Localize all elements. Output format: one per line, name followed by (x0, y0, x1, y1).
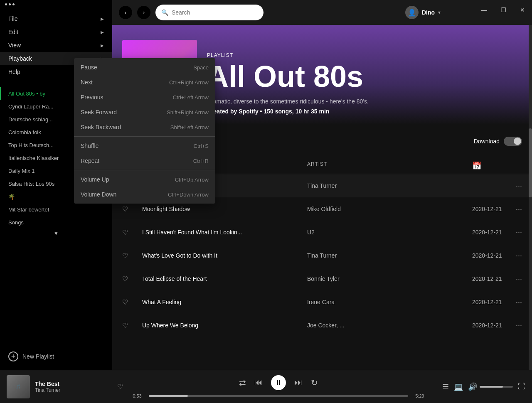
track-heart-button[interactable]: ♡ (122, 229, 128, 236)
submenu-volume-up[interactable]: Volume Up Ctrl+Up Arrow (74, 172, 215, 187)
scroll-thumb[interactable] (529, 128, 532, 197)
track-artist[interactable]: Joe Cocker, ... (307, 322, 472, 329)
track-more-button[interactable]: ··· (505, 321, 522, 330)
now-playing-bar: 🎵 The Best Tina Turner ♡ ⇄ ⏮ ⏸ ⏭ ↻ 0:53 … (0, 370, 532, 403)
close-button[interactable]: ✕ (513, 0, 532, 20)
forward-button[interactable]: › (137, 6, 150, 19)
col-artist: ARTIST (307, 161, 472, 170)
track-num-area: ♡ (122, 205, 142, 213)
track-more-button[interactable]: ··· (505, 251, 522, 260)
plus-circle-icon: + (8, 351, 18, 361)
menu-edit[interactable]: Edit ▶ (0, 25, 112, 39)
pause-button[interactable]: ⏸ (271, 375, 286, 390)
fullscreen-icon[interactable]: ⛶ (518, 382, 525, 391)
shuffle-button[interactable]: ⇄ (239, 378, 246, 388)
sidebar-item-mitstar[interactable]: Mit Star bewertet (0, 203, 112, 216)
track-artist[interactable]: Tina Turner (307, 252, 472, 259)
scroll-down-button[interactable]: ▼ (0, 229, 112, 238)
calendar-icon: 📅 (472, 162, 482, 170)
submenu-repeat[interactable]: Repeat Ctrl+R (74, 153, 215, 168)
volume-track[interactable] (480, 386, 513, 388)
track-row[interactable]: ♡ Up Where We Belong Joe Cocker, ... 202… (112, 314, 532, 337)
track-title-area: Total Eclipse of the Heart (142, 275, 307, 282)
track-more-button[interactable]: ··· (505, 275, 522, 283)
submenu-seek-backward[interactable]: Seek Backward Shift+Left Arrow (74, 120, 215, 135)
volume-icon[interactable]: 🔊 (468, 382, 477, 391)
submenu-next[interactable]: Next Ctrl+Right Arrow (74, 75, 215, 90)
col-date: 📅 (472, 161, 505, 170)
track-artist[interactable]: U2 (307, 229, 472, 236)
queue-icon[interactable]: ☰ (442, 382, 449, 391)
submenu-divider-1 (74, 136, 215, 137)
menu-view[interactable]: View ▶ (0, 39, 112, 52)
submenu-pause[interactable]: Pause Space (74, 60, 215, 75)
previous-button[interactable]: ⏮ (254, 378, 263, 387)
volume-fill (480, 386, 503, 388)
minimize-button[interactable]: — (475, 0, 494, 20)
now-playing-right: ☰ 💻 🔊 ⛶ (434, 382, 525, 391)
track-more-button[interactable]: ··· (505, 298, 522, 307)
devices-icon[interactable]: 💻 (454, 382, 463, 391)
track-artist[interactable]: Bonnie Tyler (307, 275, 472, 282)
maximize-button[interactable]: ❐ (494, 0, 513, 20)
now-playing-heart-button[interactable]: ♡ (117, 383, 123, 391)
track-title: What's Love Got to Do with It (142, 252, 307, 259)
track-num-area: ♡ (122, 298, 142, 306)
submenu-shuffle[interactable]: Shuffle Ctrl+S (74, 138, 215, 153)
track-title: What A Feeling (142, 299, 307, 305)
track-row[interactable]: ♡ What A Feeling Irene Cara 2020-12-21 ·… (112, 290, 532, 314)
track-date: 2020-12-21 (472, 252, 505, 259)
repeat-button[interactable]: ↻ (311, 378, 318, 388)
app-menu-dots[interactable] (0, 0, 112, 9)
search-icon: 🔍 (161, 9, 168, 16)
download-toggle[interactable] (504, 137, 522, 146)
now-playing-info: The Best Tina Turner (35, 381, 112, 393)
track-heart-button[interactable]: ♡ (122, 298, 128, 306)
col-more (505, 161, 522, 170)
track-row[interactable]: ♡ What's Love Got to Do with It Tina Tur… (112, 244, 532, 267)
current-time: 0:53 (130, 393, 145, 398)
track-artist[interactable]: Irene Cara (307, 299, 472, 305)
back-button[interactable]: ‹ (119, 6, 132, 19)
track-heart-button[interactable]: ♡ (122, 322, 128, 329)
playlist-description: Dramatic, diverse to the sometimes ridic… (207, 98, 522, 105)
new-playlist-button[interactable]: + New Playlist (8, 350, 104, 363)
now-playing-left: 🎵 The Best Tina Turner ♡ (7, 375, 123, 398)
track-heart-button[interactable]: ♡ (122, 275, 128, 283)
dot3 (12, 3, 15, 5)
track-num-area: ♡ (122, 252, 142, 260)
sidebar-item-songs[interactable]: Songs (0, 216, 112, 229)
menu-file[interactable]: File ▶ (0, 12, 112, 25)
track-heart-button[interactable]: ♡ (122, 252, 128, 260)
search-bar[interactable]: 🔍 (155, 5, 264, 20)
track-num-area: ♡ (122, 275, 142, 283)
search-input[interactable] (172, 9, 258, 16)
track-date: 2020-12-21 (472, 275, 505, 282)
dot2 (9, 3, 11, 5)
track-more-button[interactable]: ··· (505, 205, 522, 214)
track-more-button[interactable]: ··· (505, 182, 522, 190)
track-title: I Still Haven't Found What I'm Lookin... (142, 229, 307, 236)
track-heart-button[interactable]: ♡ (122, 205, 128, 213)
track-more-button[interactable]: ··· (505, 228, 522, 237)
track-num-area: ♡ (122, 322, 142, 329)
track-row[interactable]: ♡ Total Eclipse of the Heart Bonnie Tyle… (112, 267, 532, 290)
track-row[interactable]: ♡ I Still Haven't Found What I'm Lookin.… (112, 221, 532, 244)
now-playing-cover: 🎵 (7, 375, 30, 398)
track-title-area: Up Where We Belong (142, 322, 307, 329)
now-playing-artist[interactable]: Tina Turner (35, 387, 112, 393)
submenu-previous[interactable]: Previous Ctrl+Left Arrow (74, 90, 215, 105)
playlist-type-label: PLAYLIST (207, 52, 522, 58)
submenu-volume-down[interactable]: Volume Down Ctrl+Down Arrow (74, 187, 215, 202)
user-area[interactable]: 👤 Dino ▾ (405, 6, 441, 19)
track-artist[interactable]: Mike Oldfield (307, 206, 472, 212)
next-button[interactable]: ⏭ (294, 378, 303, 387)
progress-track[interactable] (149, 395, 408, 397)
submenu-seek-forward[interactable]: Seek Forward Shift+Right Arrow (74, 105, 215, 120)
track-artist[interactable]: Tina Turner (307, 182, 472, 189)
track-title: Moonlight Shadow (142, 206, 307, 212)
track-date: 2020-12-21 (472, 299, 505, 305)
cover-image: 🎵 (7, 375, 30, 398)
playlist-title: All Out 80s (207, 61, 522, 91)
title-bar: — ❐ ✕ (445, 0, 532, 20)
